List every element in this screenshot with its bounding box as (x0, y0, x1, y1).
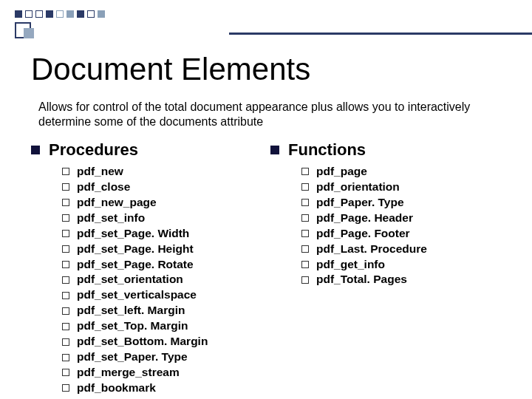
deco-sq (87, 10, 95, 18)
list-item-label: pdf_Paper. Type (316, 195, 404, 211)
list-item: pdf_set_Bottom. Margin (62, 334, 266, 349)
hollow-square-icon (62, 338, 69, 346)
slide-subtitle: Allows for control of the total document… (38, 100, 502, 129)
list-item-label: pdf_merge_stream (77, 365, 180, 381)
deco-sq (46, 10, 53, 18)
hollow-square-icon (301, 230, 309, 237)
list-item: pdf_Page. Footer (301, 226, 505, 242)
list-item-label: pdf_set_orientation (77, 272, 183, 287)
hollow-square-icon (62, 276, 69, 284)
list-item: pdf_set_Page. Rotate (62, 257, 266, 273)
functions-list: pdf_pagepdf_orientationpdf_Paper. Typepd… (301, 164, 505, 287)
list-item-label: pdf_set_Top. Margin (77, 318, 188, 334)
hollow-square-icon (62, 261, 69, 268)
deco-sq (15, 10, 22, 18)
hollow-square-icon (301, 276, 309, 284)
list-item-label: pdf_new_page (77, 195, 157, 211)
list-item: pdf_orientation (301, 180, 505, 195)
list-item-label: pdf_Page. Footer (316, 226, 410, 242)
slide-title: Document Elements (31, 52, 310, 87)
list-item-label: pdf_Page. Header (316, 211, 413, 226)
hollow-square-icon (301, 214, 309, 222)
list-item-label: pdf_set_Page. Height (77, 242, 194, 257)
list-item: pdf_Total. Pages (301, 272, 505, 287)
content-columns: Procedures pdf_newpdf_closepdf_new_pagep… (27, 140, 505, 396)
hollow-square-icon (62, 230, 69, 237)
hollow-square-icon (62, 292, 69, 299)
procedures-heading-row: Procedures (27, 140, 266, 160)
hollow-square-icon (301, 261, 309, 268)
list-item-label: pdf_bookmark (77, 381, 156, 396)
hollow-square-icon (301, 183, 309, 191)
hollow-square-icon (301, 245, 309, 253)
list-item-label: pdf_set_verticalspace (77, 287, 197, 303)
list-item: pdf_merge_stream (62, 365, 266, 381)
list-item-label: pdf_Last. Procedure (316, 242, 427, 257)
list-item: pdf_bookmark (62, 381, 266, 396)
list-item-label: pdf_set_info (77, 211, 145, 226)
list-item: pdf_get_info (301, 257, 505, 273)
list-item: pdf_Page. Header (301, 211, 505, 226)
functions-heading: Functions (288, 140, 366, 160)
hollow-square-icon (301, 168, 309, 175)
list-item: pdf_close (62, 180, 266, 195)
header-decoration (0, 0, 532, 44)
hollow-square-icon (62, 168, 69, 175)
list-item-label: pdf_orientation (316, 180, 400, 195)
list-item: pdf_set_Page. Width (62, 226, 266, 242)
hollow-square-icon (62, 245, 69, 253)
list-item: pdf_set_left. Margin (62, 303, 266, 318)
deco-sq (35, 10, 43, 18)
slide: Document Elements Allows for control of … (0, 0, 532, 399)
hollow-square-icon (62, 183, 69, 191)
hollow-square-icon (62, 214, 69, 222)
list-item-label: pdf_Total. Pages (316, 272, 407, 287)
hollow-square-icon (62, 354, 69, 361)
list-item-label: pdf_set_Paper. Type (77, 349, 188, 365)
list-item: pdf_set_info (62, 211, 266, 226)
list-item-label: pdf_set_left. Margin (77, 303, 185, 318)
list-item: pdf_Paper. Type (301, 195, 505, 211)
hollow-square-icon (301, 199, 309, 206)
list-item-label: pdf_get_info (316, 257, 385, 273)
list-item: pdf_new_page (62, 195, 266, 211)
functions-column: Functions pdf_pagepdf_orientationpdf_Pap… (266, 140, 505, 396)
list-item: pdf_set_Top. Margin (62, 318, 266, 334)
functions-heading-row: Functions (266, 140, 505, 160)
hollow-square-icon (62, 199, 69, 206)
list-item-label: pdf_page (316, 164, 367, 180)
list-item: pdf_set_Paper. Type (62, 349, 266, 365)
deco-sq (56, 10, 64, 18)
list-item: pdf_page (301, 164, 505, 180)
list-item: pdf_set_verticalspace (62, 287, 266, 303)
list-item: pdf_set_Page. Height (62, 242, 266, 257)
deco-big-fill (24, 28, 34, 38)
list-item: pdf_new (62, 164, 266, 180)
list-item: pdf_set_orientation (62, 272, 266, 287)
list-item: pdf_Last. Procedure (301, 242, 505, 257)
list-item-label: pdf_set_Bottom. Margin (77, 334, 208, 349)
hollow-square-icon (62, 323, 69, 330)
deco-title-rule (229, 33, 532, 35)
deco-sq (77, 10, 84, 18)
square-bullet-icon (270, 146, 279, 154)
procedures-heading: Procedures (49, 140, 138, 160)
list-item-label: pdf_close (77, 180, 130, 195)
procedures-column: Procedures pdf_newpdf_closepdf_new_pagep… (27, 140, 266, 396)
deco-sq (25, 10, 33, 18)
square-bullet-icon (31, 146, 40, 154)
list-item-label: pdf_set_Page. Width (77, 226, 189, 242)
hollow-square-icon (62, 369, 69, 376)
procedures-list: pdf_newpdf_closepdf_new_pagepdf_set_info… (62, 164, 266, 396)
deco-sq (98, 10, 105, 18)
list-item-label: pdf_new (77, 164, 123, 180)
deco-sq (66, 10, 74, 18)
deco-square-row (15, 10, 105, 18)
list-item-label: pdf_set_Page. Rotate (77, 257, 194, 273)
hollow-square-icon (62, 384, 69, 392)
hollow-square-icon (62, 307, 69, 315)
